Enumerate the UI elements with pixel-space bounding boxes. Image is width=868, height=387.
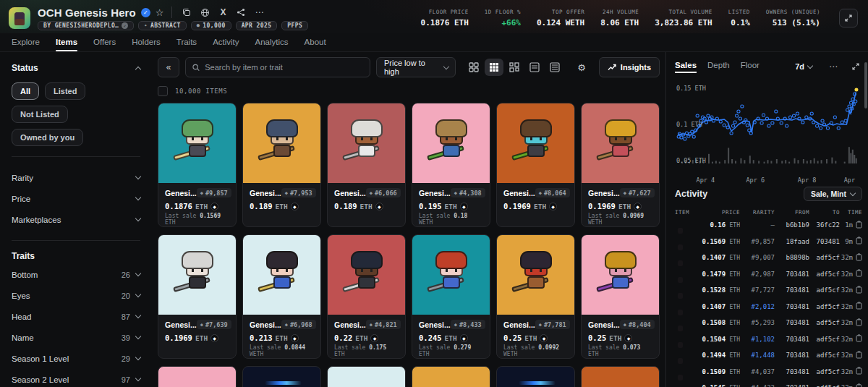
activity-from-address[interactable]: 703481: [775, 319, 809, 326]
chart-tab-depth[interactable]: Depth: [707, 61, 730, 73]
website-globe-icon[interactable]: [198, 8, 211, 17]
settings-gear-icon[interactable]: ⚙: [577, 62, 586, 73]
copy-icon[interactable]: [180, 8, 193, 17]
activity-to-address[interactable]: adf5cf: [809, 319, 840, 326]
nft-card[interactable]: Genesi...◆#7,6270.1969ETH◆Last sale 0.09…: [581, 103, 660, 227]
chain-badge[interactable]: ✦ABSTRACT: [138, 21, 186, 30]
activity-to-address[interactable]: adf5cf: [809, 352, 840, 359]
cart-icon[interactable]: [856, 383, 862, 387]
activity-to-address[interactable]: adf5cf: [809, 271, 840, 278]
view-grid-large-icon[interactable]: [464, 59, 483, 76]
cart-icon[interactable]: [856, 302, 862, 311]
activity-from-address[interactable]: 703481: [775, 286, 809, 294]
filter-rarity[interactable]: Rarity: [12, 167, 140, 188]
favorite-star-button[interactable]: ☆: [156, 7, 164, 18]
activity-row[interactable]: 0.1494 ETH#1,448703481adf5cf32m: [675, 347, 862, 364]
tab-activity[interactable]: Activity: [213, 38, 239, 51]
nft-card[interactable]: [581, 366, 660, 387]
tab-explore[interactable]: Explore: [12, 38, 40, 51]
search-input[interactable]: [205, 63, 363, 72]
trait-head[interactable]: Head87: [12, 306, 140, 327]
nft-card[interactable]: Genesi...◆#7,6390.1969ETH◆: [158, 234, 237, 359]
status-pill-all[interactable]: All: [12, 82, 39, 100]
view-grid-dense-icon[interactable]: [485, 59, 503, 76]
tab-analytics[interactable]: Analytics: [255, 38, 289, 51]
cart-icon[interactable]: [856, 367, 862, 376]
activity-to-address[interactable]: adf5cf: [809, 286, 840, 294]
nft-card[interactable]: [412, 366, 490, 387]
activity-from-address[interactable]: 703481: [775, 336, 809, 343]
activity-from-address[interactable]: 703481: [775, 271, 809, 278]
chart-tab-sales[interactable]: Sales: [675, 61, 697, 73]
cart-icon[interactable]: [856, 318, 862, 328]
activity-filter-dropdown[interactable]: Sale, Mint: [804, 187, 862, 201]
cart-icon[interactable]: [856, 286, 862, 295]
activity-row[interactable]: 0.16 ETH–b6b1b936fc221m: [675, 217, 862, 234]
activity-row[interactable]: 0.1569 ETH#9,85718faad7034819m: [675, 234, 862, 250]
chart-range-dropdown[interactable]: 7d: [795, 62, 812, 71]
activity-row[interactable]: 0.1479 ETH#2,987703481adf5cf32m: [675, 266, 862, 283]
activity-from-address[interactable]: 18faad: [775, 238, 809, 245]
trait-name[interactable]: Name39: [12, 327, 140, 348]
chart-tab-floor[interactable]: Floor: [741, 61, 760, 73]
nft-card[interactable]: [327, 366, 406, 387]
more-options-icon[interactable]: ⋯: [252, 8, 265, 17]
activity-from-address[interactable]: b6b1b9: [775, 221, 809, 229]
nft-card[interactable]: [242, 366, 321, 387]
activity-from-address[interactable]: 703481: [775, 352, 809, 359]
nft-card[interactable]: Genesi...◆#4,8210.22ETH◆Last sale 0.175 …: [327, 234, 406, 359]
nft-card[interactable]: Genesi...◆#8,4330.245ETH◆Last sale 0.279…: [412, 234, 490, 359]
insights-button[interactable]: Insights: [599, 57, 660, 77]
activity-to-address[interactable]: adf5cf: [809, 336, 840, 343]
activity-row[interactable]: 0.1545 ETH#4,433703481adf5cf32m: [675, 380, 862, 387]
sort-dropdown[interactable]: Price low to high: [376, 57, 456, 77]
sales-chart[interactable]: 0.15 ETH0.1 ETH0.05 ETHApr 4Apr 6Apr 8Ap…: [675, 78, 862, 184]
cart-icon[interactable]: [856, 334, 862, 344]
scrollbar[interactable]: [864, 62, 867, 109]
nft-card[interactable]: Genesi...◆#6,0660.189ETH◆: [327, 103, 406, 227]
select-all-checkbox[interactable]: [158, 86, 168, 96]
tab-items[interactable]: Items: [56, 38, 77, 51]
trait-eyes[interactable]: Eyes20: [12, 285, 140, 306]
status-pill-listed[interactable]: Listed: [45, 82, 85, 100]
trait-season-1-level[interactable]: Season 1 Level29: [12, 348, 140, 369]
cart-icon[interactable]: [856, 221, 862, 230]
activity-row[interactable]: 0.1509 ETH#4,037703481adf5cf32m: [675, 364, 862, 380]
share-icon[interactable]: [234, 8, 247, 17]
tab-about[interactable]: About: [305, 38, 326, 51]
status-pill-not-listed[interactable]: Not Listed: [12, 106, 68, 123]
activity-row[interactable]: 0.1508 ETH#5,293703481adf5cf32m: [675, 315, 862, 331]
activity-from-address[interactable]: 703481: [775, 384, 809, 387]
tab-traits[interactable]: Traits: [176, 38, 197, 51]
view-grid-mixed-icon[interactable]: [505, 59, 524, 76]
nft-card[interactable]: Genesi...◆#6,9680.213ETH◆Last sale 0.084…: [242, 234, 321, 359]
nft-card[interactable]: Genesi...◆#7,7810.25ETH◆Last sale 0.0992…: [496, 234, 575, 359]
nft-card[interactable]: Genesi...◆#9,8570.1876ETH◆Last sale 0.15…: [158, 103, 237, 227]
activity-row[interactable]: 0.1407 ETH#9,007b8898badf5cf32m: [675, 250, 862, 266]
chart-expand-icon[interactable]: [849, 63, 862, 70]
view-list-dense-icon[interactable]: [545, 59, 564, 76]
nft-card[interactable]: Genesi...◆#8,0640.1969ETH◆: [496, 103, 575, 227]
trait-season-2-level[interactable]: Season 2 Level97: [12, 369, 140, 387]
status-section-header[interactable]: Status: [12, 59, 140, 77]
activity-to-address[interactable]: adf5cf: [809, 303, 840, 310]
cart-icon[interactable]: [856, 253, 862, 263]
activity-to-address[interactable]: 703481: [809, 238, 840, 245]
trait-bottom[interactable]: Bottom26: [12, 264, 140, 285]
twitter-x-icon[interactable]: X: [216, 8, 229, 17]
activity-from-address[interactable]: 703481: [775, 368, 809, 375]
creator-badge[interactable]: BY GENESISHERODEPLO…✓: [38, 21, 134, 30]
cart-icon[interactable]: [856, 351, 862, 360]
activity-to-address[interactable]: adf5cf: [809, 254, 840, 261]
filter-marketplaces[interactable]: Marketplaces: [12, 209, 140, 230]
collection-avatar[interactable]: [9, 7, 30, 29]
activity-to-address[interactable]: adf5cf: [809, 384, 840, 387]
cart-icon[interactable]: [856, 237, 862, 246]
nft-card[interactable]: Genesi...◆#4,3080.195ETH◆Last sale 0.18 …: [412, 103, 490, 227]
view-list-icon[interactable]: [525, 59, 544, 76]
tab-offers[interactable]: Offers: [93, 38, 116, 51]
cart-icon[interactable]: [856, 269, 862, 278]
chart-more-icon[interactable]: ⋯: [829, 61, 838, 72]
activity-from-address[interactable]: 703481: [775, 303, 809, 310]
activity-row[interactable]: 0.1504 ETH#1,102703481adf5cf32m: [675, 331, 862, 348]
